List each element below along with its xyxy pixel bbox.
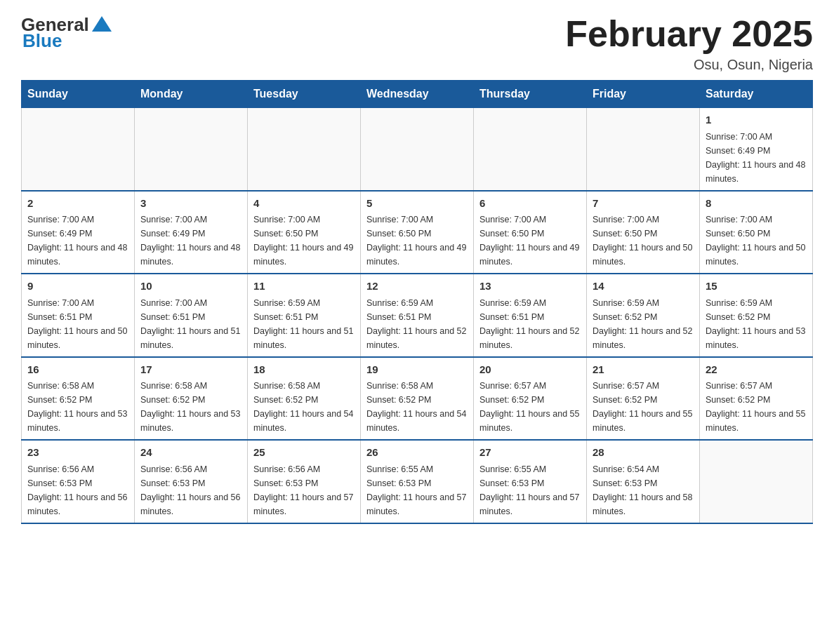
calendar-cell: [587, 108, 700, 191]
day-info: Sunrise: 7:00 AMSunset: 6:49 PMDaylight:…: [27, 213, 128, 269]
day-header-monday: Monday: [135, 81, 248, 108]
calendar-cell: 15Sunrise: 6:59 AMSunset: 6:52 PMDayligh…: [700, 274, 813, 357]
day-info: Sunrise: 6:55 AMSunset: 6:53 PMDaylight:…: [366, 462, 468, 518]
logo-triangle-icon: [92, 16, 112, 32]
day-number: 17: [140, 362, 241, 378]
day-info: Sunrise: 6:58 AMSunset: 6:52 PMDaylight:…: [140, 379, 241, 435]
day-info: Sunrise: 6:59 AMSunset: 6:51 PMDaylight:…: [479, 296, 581, 352]
calendar-cell: 28Sunrise: 6:54 AMSunset: 6:53 PMDayligh…: [587, 440, 700, 523]
day-info: Sunrise: 7:00 AMSunset: 6:49 PMDaylight:…: [140, 213, 241, 269]
day-info: Sunrise: 6:56 AMSunset: 6:53 PMDaylight:…: [27, 462, 128, 518]
day-info: Sunrise: 7:00 AMSunset: 6:51 PMDaylight:…: [140, 296, 241, 352]
day-number: 18: [253, 362, 355, 378]
calendar-cell: [474, 108, 587, 191]
day-number: 11: [253, 279, 355, 295]
calendar-title: February 2025: [565, 14, 813, 54]
calendar-cell: [135, 108, 248, 191]
day-number: 22: [706, 362, 807, 378]
day-info: Sunrise: 7:00 AMSunset: 6:50 PMDaylight:…: [479, 213, 581, 269]
calendar-cell: 26Sunrise: 6:55 AMSunset: 6:53 PMDayligh…: [361, 440, 474, 523]
calendar-cell: 6Sunrise: 7:00 AMSunset: 6:50 PMDaylight…: [474, 191, 587, 274]
day-info: Sunrise: 6:55 AMSunset: 6:53 PMDaylight:…: [479, 462, 581, 518]
calendar-cell: 9Sunrise: 7:00 AMSunset: 6:51 PMDaylight…: [22, 274, 135, 357]
calendar-cell: 22Sunrise: 6:57 AMSunset: 6:52 PMDayligh…: [700, 357, 813, 441]
day-header-thursday: Thursday: [474, 81, 587, 108]
calendar-cell: 12Sunrise: 6:59 AMSunset: 6:51 PMDayligh…: [361, 274, 474, 357]
day-number: 28: [593, 445, 694, 461]
calendar-cell: [248, 108, 361, 191]
calendar-cell: 2Sunrise: 7:00 AMSunset: 6:49 PMDaylight…: [22, 191, 135, 274]
calendar-cell: 16Sunrise: 6:58 AMSunset: 6:52 PMDayligh…: [22, 357, 135, 441]
day-info: Sunrise: 7:00 AMSunset: 6:51 PMDaylight:…: [27, 296, 128, 352]
day-info: Sunrise: 6:54 AMSunset: 6:53 PMDaylight:…: [593, 462, 694, 518]
day-info: Sunrise: 6:59 AMSunset: 6:51 PMDaylight:…: [366, 296, 468, 352]
calendar-cell: 24Sunrise: 6:56 AMSunset: 6:53 PMDayligh…: [135, 440, 248, 523]
calendar-cell: 13Sunrise: 6:59 AMSunset: 6:51 PMDayligh…: [474, 274, 587, 357]
day-number: 21: [593, 362, 694, 378]
day-header-friday: Friday: [587, 81, 700, 108]
calendar-cell: 3Sunrise: 7:00 AMSunset: 6:49 PMDaylight…: [135, 191, 248, 274]
day-info: Sunrise: 6:59 AMSunset: 6:51 PMDaylight:…: [253, 296, 355, 352]
day-number: 25: [253, 445, 355, 461]
calendar-cell: 7Sunrise: 7:00 AMSunset: 6:50 PMDaylight…: [587, 191, 700, 274]
day-info: Sunrise: 6:58 AMSunset: 6:52 PMDaylight:…: [27, 379, 128, 435]
day-number: 6: [479, 196, 581, 212]
day-info: Sunrise: 6:59 AMSunset: 6:52 PMDaylight:…: [706, 296, 807, 352]
day-header-saturday: Saturday: [700, 81, 813, 108]
day-info: Sunrise: 7:00 AMSunset: 6:50 PMDaylight:…: [706, 213, 807, 269]
day-info: Sunrise: 6:57 AMSunset: 6:52 PMDaylight:…: [706, 379, 807, 435]
day-header-sunday: Sunday: [22, 81, 135, 108]
calendar-cell: 5Sunrise: 7:00 AMSunset: 6:50 PMDaylight…: [361, 191, 474, 274]
day-number: 3: [140, 196, 241, 212]
week-row-2: 2Sunrise: 7:00 AMSunset: 6:49 PMDaylight…: [22, 191, 813, 274]
day-number: 13: [479, 279, 581, 295]
header: General Blue February 2025 Osu, Osun, Ni…: [21, 14, 813, 73]
day-info: Sunrise: 6:59 AMSunset: 6:52 PMDaylight:…: [593, 296, 694, 352]
day-number: 20: [479, 362, 581, 378]
day-number: 26: [366, 445, 468, 461]
day-number: 23: [27, 445, 128, 461]
day-info: Sunrise: 7:00 AMSunset: 6:50 PMDaylight:…: [253, 213, 355, 269]
day-info: Sunrise: 6:56 AMSunset: 6:53 PMDaylight:…: [253, 462, 355, 518]
calendar-cell: 17Sunrise: 6:58 AMSunset: 6:52 PMDayligh…: [135, 357, 248, 441]
day-info: Sunrise: 6:57 AMSunset: 6:52 PMDaylight:…: [479, 379, 581, 435]
calendar-cell: [22, 108, 135, 191]
day-number: 1: [706, 112, 807, 128]
day-number: 9: [27, 279, 128, 295]
title-area: February 2025 Osu, Osun, Nigeria: [565, 14, 813, 73]
day-number: 5: [366, 196, 468, 212]
day-number: 8: [706, 196, 807, 212]
calendar-cell: [700, 440, 813, 523]
day-info: Sunrise: 7:00 AMSunset: 6:50 PMDaylight:…: [366, 213, 468, 269]
calendar-cell: 27Sunrise: 6:55 AMSunset: 6:53 PMDayligh…: [474, 440, 587, 523]
calendar-subtitle: Osu, Osun, Nigeria: [565, 57, 813, 73]
calendar-cell: 8Sunrise: 7:00 AMSunset: 6:50 PMDaylight…: [700, 191, 813, 274]
day-info: Sunrise: 6:56 AMSunset: 6:53 PMDaylight:…: [140, 462, 241, 518]
logo: General Blue: [21, 14, 112, 52]
day-headers-row: SundayMondayTuesdayWednesdayThursdayFrid…: [22, 81, 813, 108]
calendar-cell: 11Sunrise: 6:59 AMSunset: 6:51 PMDayligh…: [248, 274, 361, 357]
calendar-cell: 23Sunrise: 6:56 AMSunset: 6:53 PMDayligh…: [22, 440, 135, 523]
calendar-cell: [361, 108, 474, 191]
week-row-3: 9Sunrise: 7:00 AMSunset: 6:51 PMDaylight…: [22, 274, 813, 357]
day-number: 2: [27, 196, 128, 212]
calendar-cell: 10Sunrise: 7:00 AMSunset: 6:51 PMDayligh…: [135, 274, 248, 357]
day-number: 12: [366, 279, 468, 295]
day-number: 16: [27, 362, 128, 378]
day-number: 19: [366, 362, 468, 378]
logo-blue-text: Blue: [22, 30, 62, 52]
calendar-cell: 25Sunrise: 6:56 AMSunset: 6:53 PMDayligh…: [248, 440, 361, 523]
day-header-tuesday: Tuesday: [248, 81, 361, 108]
day-number: 14: [593, 279, 694, 295]
calendar-cell: 4Sunrise: 7:00 AMSunset: 6:50 PMDaylight…: [248, 191, 361, 274]
day-number: 4: [253, 196, 355, 212]
calendar-cell: 14Sunrise: 6:59 AMSunset: 6:52 PMDayligh…: [587, 274, 700, 357]
day-number: 27: [479, 445, 581, 461]
day-info: Sunrise: 7:00 AMSunset: 6:50 PMDaylight:…: [593, 213, 694, 269]
calendar-cell: 19Sunrise: 6:58 AMSunset: 6:52 PMDayligh…: [361, 357, 474, 441]
week-row-1: 1Sunrise: 7:00 AMSunset: 6:49 PMDaylight…: [22, 108, 813, 191]
day-info: Sunrise: 6:58 AMSunset: 6:52 PMDaylight:…: [366, 379, 468, 435]
calendar-cell: 18Sunrise: 6:58 AMSunset: 6:52 PMDayligh…: [248, 357, 361, 441]
calendar-cell: 21Sunrise: 6:57 AMSunset: 6:52 PMDayligh…: [587, 357, 700, 441]
day-header-wednesday: Wednesday: [361, 81, 474, 108]
